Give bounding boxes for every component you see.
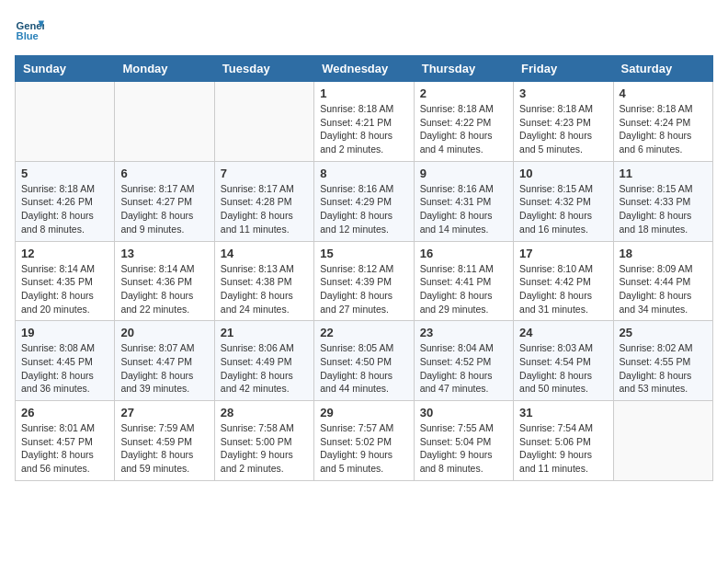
calendar-cell: 28Sunrise: 7:58 AM Sunset: 5:00 PM Dayli…	[214, 401, 313, 481]
day-info: Sunrise: 8:16 AM Sunset: 4:29 PM Dayligh…	[320, 182, 407, 236]
calendar-cell: 3Sunrise: 8:18 AM Sunset: 4:23 PM Daylig…	[514, 82, 613, 162]
day-info: Sunrise: 8:15 AM Sunset: 4:32 PM Dayligh…	[519, 182, 607, 236]
weekday-header-sunday: Sunday	[16, 56, 115, 82]
day-number: 5	[21, 167, 108, 180]
weekday-header-monday: Monday	[115, 56, 214, 82]
svg-text:Blue: Blue	[17, 30, 39, 41]
weekday-header-tuesday: Tuesday	[214, 56, 313, 82]
day-number: 17	[519, 247, 607, 260]
calendar-header-row: SundayMondayTuesdayWednesdayThursdayFrid…	[16, 56, 713, 82]
weekday-header-wednesday: Wednesday	[314, 56, 414, 82]
day-number: 19	[21, 326, 108, 339]
day-info: Sunrise: 8:11 AM Sunset: 4:41 PM Dayligh…	[420, 262, 507, 316]
calendar-cell: 26Sunrise: 8:01 AM Sunset: 4:57 PM Dayli…	[16, 401, 115, 481]
calendar-cell: 16Sunrise: 8:11 AM Sunset: 4:41 PM Dayli…	[414, 241, 513, 321]
calendar-cell: 4Sunrise: 8:18 AM Sunset: 4:24 PM Daylig…	[613, 82, 712, 162]
day-info: Sunrise: 8:18 AM Sunset: 4:23 PM Dayligh…	[519, 102, 607, 156]
calendar-cell: 13Sunrise: 8:14 AM Sunset: 4:36 PM Dayli…	[115, 241, 214, 321]
calendar-week-row: 1Sunrise: 8:18 AM Sunset: 4:21 PM Daylig…	[16, 82, 713, 162]
day-number: 9	[420, 167, 507, 180]
day-number: 13	[120, 247, 208, 260]
day-info: Sunrise: 8:04 AM Sunset: 4:52 PM Dayligh…	[420, 341, 507, 396]
calendar-cell: 6Sunrise: 8:17 AM Sunset: 4:27 PM Daylig…	[115, 161, 214, 241]
logo: General Blue	[15, 15, 44, 44]
day-info: Sunrise: 8:18 AM Sunset: 4:21 PM Dayligh…	[320, 102, 407, 156]
calendar-cell	[115, 82, 214, 162]
calendar-cell: 21Sunrise: 8:06 AM Sunset: 4:49 PM Dayli…	[214, 321, 313, 401]
day-number: 15	[320, 247, 407, 260]
day-info: Sunrise: 8:14 AM Sunset: 4:36 PM Dayligh…	[120, 262, 208, 316]
day-info: Sunrise: 7:58 AM Sunset: 5:00 PM Dayligh…	[221, 421, 308, 476]
calendar-cell: 5Sunrise: 8:18 AM Sunset: 4:26 PM Daylig…	[16, 161, 115, 241]
day-number: 6	[120, 167, 208, 180]
calendar-cell: 15Sunrise: 8:12 AM Sunset: 4:39 PM Dayli…	[314, 241, 414, 321]
day-number: 8	[320, 167, 407, 180]
day-number: 3	[519, 86, 607, 100]
day-info: Sunrise: 8:18 AM Sunset: 4:24 PM Dayligh…	[620, 102, 707, 156]
weekday-header-friday: Friday	[514, 56, 613, 82]
day-number: 1	[320, 86, 407, 100]
day-number: 28	[221, 406, 308, 419]
calendar-cell: 8Sunrise: 8:16 AM Sunset: 4:29 PM Daylig…	[314, 161, 414, 241]
day-info: Sunrise: 8:10 AM Sunset: 4:42 PM Dayligh…	[519, 262, 607, 316]
day-info: Sunrise: 8:03 AM Sunset: 4:54 PM Dayligh…	[519, 341, 607, 396]
calendar-cell: 10Sunrise: 8:15 AM Sunset: 4:32 PM Dayli…	[514, 161, 613, 241]
calendar-cell: 24Sunrise: 8:03 AM Sunset: 4:54 PM Dayli…	[514, 321, 613, 401]
calendar-cell: 11Sunrise: 8:15 AM Sunset: 4:33 PM Dayli…	[613, 161, 712, 241]
day-number: 25	[620, 326, 707, 339]
calendar-cell: 9Sunrise: 8:16 AM Sunset: 4:31 PM Daylig…	[414, 161, 513, 241]
day-number: 27	[120, 406, 208, 419]
day-info: Sunrise: 8:08 AM Sunset: 4:45 PM Dayligh…	[21, 341, 108, 396]
day-number: 21	[221, 326, 308, 339]
calendar-cell: 7Sunrise: 8:17 AM Sunset: 4:28 PM Daylig…	[214, 161, 313, 241]
logo-icon: General Blue	[15, 15, 44, 44]
day-number: 10	[519, 167, 607, 180]
calendar-cell: 2Sunrise: 8:18 AM Sunset: 4:22 PM Daylig…	[414, 82, 513, 162]
calendar-body: 1Sunrise: 8:18 AM Sunset: 4:21 PM Daylig…	[16, 82, 713, 481]
calendar-table: SundayMondayTuesdayWednesdayThursdayFrid…	[15, 55, 713, 481]
day-number: 2	[420, 86, 507, 100]
day-number: 7	[221, 167, 308, 180]
day-info: Sunrise: 8:17 AM Sunset: 4:27 PM Dayligh…	[120, 182, 208, 236]
calendar-cell	[613, 401, 712, 481]
day-info: Sunrise: 8:18 AM Sunset: 4:22 PM Dayligh…	[420, 102, 507, 156]
calendar-cell: 14Sunrise: 8:13 AM Sunset: 4:38 PM Dayli…	[214, 241, 313, 321]
day-info: Sunrise: 7:59 AM Sunset: 4:59 PM Dayligh…	[120, 421, 208, 476]
day-number: 11	[620, 167, 707, 180]
day-info: Sunrise: 7:54 AM Sunset: 5:06 PM Dayligh…	[519, 421, 607, 476]
calendar-cell: 1Sunrise: 8:18 AM Sunset: 4:21 PM Daylig…	[314, 82, 414, 162]
day-info: Sunrise: 8:07 AM Sunset: 4:47 PM Dayligh…	[120, 341, 208, 396]
calendar-cell: 29Sunrise: 7:57 AM Sunset: 5:02 PM Dayli…	[314, 401, 414, 481]
day-info: Sunrise: 7:55 AM Sunset: 5:04 PM Dayligh…	[420, 421, 507, 476]
day-info: Sunrise: 8:16 AM Sunset: 4:31 PM Dayligh…	[420, 182, 507, 236]
day-number: 14	[221, 247, 308, 260]
calendar-cell: 25Sunrise: 8:02 AM Sunset: 4:55 PM Dayli…	[613, 321, 712, 401]
weekday-header-thursday: Thursday	[414, 56, 513, 82]
day-number: 4	[620, 86, 707, 100]
day-number: 31	[519, 406, 607, 419]
day-info: Sunrise: 8:18 AM Sunset: 4:26 PM Dayligh…	[21, 182, 108, 236]
calendar-week-row: 12Sunrise: 8:14 AM Sunset: 4:35 PM Dayli…	[16, 241, 713, 321]
day-number: 22	[320, 326, 407, 339]
calendar-cell: 18Sunrise: 8:09 AM Sunset: 4:44 PM Dayli…	[613, 241, 712, 321]
calendar-week-row: 5Sunrise: 8:18 AM Sunset: 4:26 PM Daylig…	[16, 161, 713, 241]
calendar-cell	[16, 82, 115, 162]
day-info: Sunrise: 8:12 AM Sunset: 4:39 PM Dayligh…	[320, 262, 407, 316]
day-info: Sunrise: 8:15 AM Sunset: 4:33 PM Dayligh…	[620, 182, 707, 236]
day-info: Sunrise: 8:09 AM Sunset: 4:44 PM Dayligh…	[620, 262, 707, 316]
weekday-header-saturday: Saturday	[613, 56, 712, 82]
day-number: 26	[21, 406, 108, 419]
calendar-cell: 27Sunrise: 7:59 AM Sunset: 4:59 PM Dayli…	[115, 401, 214, 481]
calendar-cell	[214, 82, 313, 162]
day-number: 12	[21, 247, 108, 260]
day-number: 30	[420, 406, 507, 419]
calendar-week-row: 19Sunrise: 8:08 AM Sunset: 4:45 PM Dayli…	[16, 321, 713, 401]
day-number: 23	[420, 326, 507, 339]
day-info: Sunrise: 8:01 AM Sunset: 4:57 PM Dayligh…	[21, 421, 108, 476]
day-number: 20	[120, 326, 208, 339]
day-info: Sunrise: 8:17 AM Sunset: 4:28 PM Dayligh…	[221, 182, 308, 236]
day-number: 24	[519, 326, 607, 339]
calendar-week-row: 26Sunrise: 8:01 AM Sunset: 4:57 PM Dayli…	[16, 401, 713, 481]
page-header: General Blue	[15, 15, 713, 44]
day-info: Sunrise: 8:13 AM Sunset: 4:38 PM Dayligh…	[221, 262, 308, 316]
